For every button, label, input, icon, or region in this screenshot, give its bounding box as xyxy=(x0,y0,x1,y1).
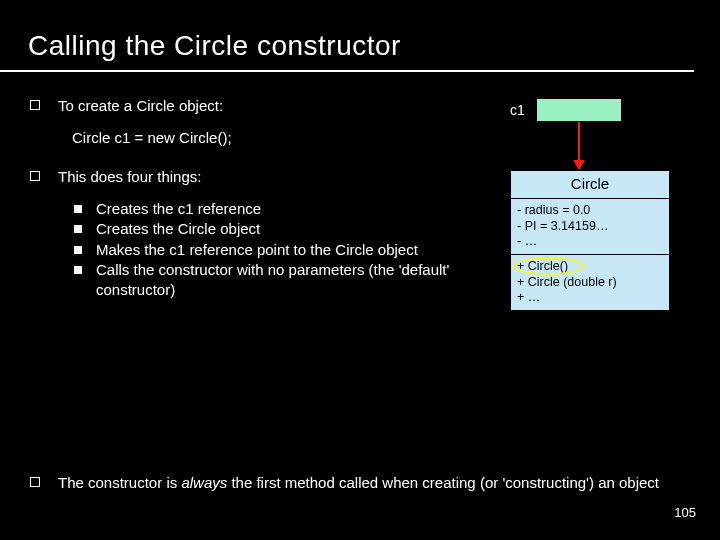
uml-attr: - PI = 3.14159… xyxy=(517,219,663,235)
slide-title: Calling the Circle constructor xyxy=(0,0,694,72)
uml-method: + Circle() xyxy=(517,259,663,275)
bullet-3-post: the first method called when creating (o… xyxy=(227,474,659,491)
bullet-3-emph: always xyxy=(181,474,227,491)
bullet-1: To create a Circle object: xyxy=(30,96,490,116)
content-area: To create a Circle object: Circle c1 = n… xyxy=(0,72,720,311)
sub-bullet-text: Makes the c1 reference point to the Circ… xyxy=(96,240,490,260)
sub-bullet-text: Calls the constructor with no parameters… xyxy=(96,260,490,299)
filled-square-icon xyxy=(74,205,82,213)
sub-bullet: Creates the c1 reference xyxy=(74,199,490,219)
square-bullet-icon xyxy=(30,477,40,487)
bullet-2: This does four things: xyxy=(30,167,490,187)
bullet-3: The constructor is always the first meth… xyxy=(30,473,690,493)
filled-square-icon xyxy=(74,246,82,254)
uml-attr: - … xyxy=(517,234,663,250)
bullet-3-pre: The constructor is xyxy=(58,474,181,491)
square-bullet-icon xyxy=(30,100,40,110)
bullet-2-text: This does four things: xyxy=(58,167,490,187)
uml-methods: + Circle() + Circle (double r) + … xyxy=(511,255,669,310)
sub-bullet: Calls the constructor with no parameters… xyxy=(74,260,490,299)
uml-attr: - radius = 0.0 xyxy=(517,203,663,219)
sub-bullet-text: Creates the c1 reference xyxy=(96,199,490,219)
reference-diagram: c1 xyxy=(510,98,690,140)
reference-box xyxy=(536,98,622,122)
text-column: To create a Circle object: Circle c1 = n… xyxy=(30,96,490,311)
sub-bullet: Creates the Circle object xyxy=(74,219,490,239)
diagram-column: c1 Circle - radius = 0.0 - PI = 3.14159…… xyxy=(510,96,690,311)
arrow-icon xyxy=(578,122,580,168)
sub-bullet: Makes the c1 reference point to the Circ… xyxy=(74,240,490,260)
sub-bullet-text: Creates the Circle object xyxy=(96,219,490,239)
uml-class-name: Circle xyxy=(511,171,669,199)
filled-square-icon xyxy=(74,266,82,274)
code-line: Circle c1 = new Circle(); xyxy=(72,128,490,148)
uml-method: + Circle (double r) xyxy=(517,275,663,291)
uml-method: + … xyxy=(517,290,663,306)
filled-square-icon xyxy=(74,225,82,233)
slide: Calling the Circle constructor To create… xyxy=(0,0,720,540)
uml-attributes: - radius = 0.0 - PI = 3.14159… - … xyxy=(511,199,669,255)
square-bullet-icon xyxy=(30,171,40,181)
uml-class-box: Circle - radius = 0.0 - PI = 3.14159… - … xyxy=(510,170,670,311)
bullet-3-text: The constructor is always the first meth… xyxy=(58,473,690,493)
reference-label: c1 xyxy=(510,102,525,118)
slide-number: 105 xyxy=(674,505,696,520)
bullet-1-text: To create a Circle object: xyxy=(58,96,490,116)
